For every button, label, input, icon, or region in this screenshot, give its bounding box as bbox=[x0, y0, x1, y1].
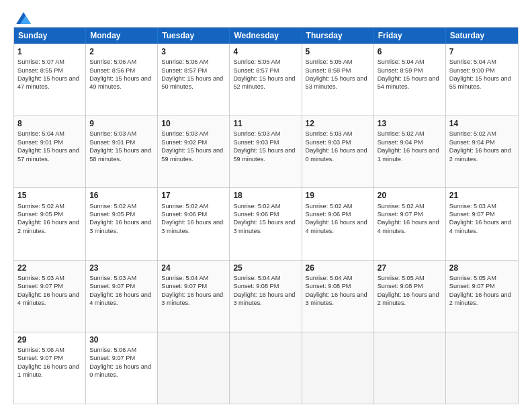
calendar-cell: 2Sunrise: 5:06 AMSunset: 8:56 PMDaylight… bbox=[86, 44, 158, 116]
daylight: Daylight: 15 hours and 52 minutes. bbox=[233, 75, 295, 90]
daylight: Daylight: 15 hours and 58 minutes. bbox=[89, 147, 151, 162]
sunrise: Sunrise: 5:06 AM bbox=[17, 347, 64, 353]
sunrise: Sunrise: 5:06 AM bbox=[89, 347, 136, 353]
sunrise: Sunrise: 5:02 AM bbox=[233, 203, 280, 210]
day-number: 25 bbox=[233, 263, 298, 273]
calendar-cell: 17Sunrise: 5:02 AMSunset: 9:06 PMDayligh… bbox=[158, 188, 230, 259]
sunrise: Sunrise: 5:04 AM bbox=[161, 275, 208, 281]
header-saturday: Saturday bbox=[446, 28, 518, 44]
day-number: 18 bbox=[233, 190, 298, 201]
daylight: Daylight: 15 hours and 53 minutes. bbox=[306, 75, 367, 90]
sunset: Sunset: 8:58 PM bbox=[306, 67, 351, 74]
calendar-cell: 14Sunrise: 5:02 AMSunset: 9:04 PMDayligh… bbox=[446, 116, 518, 187]
sunset: Sunset: 9:06 PM bbox=[233, 211, 279, 218]
sunrise: Sunrise: 5:06 AM bbox=[89, 58, 136, 65]
sunrise: Sunrise: 5:04 AM bbox=[378, 58, 425, 65]
day-number: 6 bbox=[378, 46, 442, 57]
day-number: 13 bbox=[378, 118, 442, 129]
sunset: Sunset: 8:57 PM bbox=[233, 67, 279, 74]
logo-icon bbox=[16, 12, 31, 24]
calendar-cell: 5Sunrise: 5:05 AMSunset: 8:58 PMDaylight… bbox=[302, 44, 374, 116]
sunset: Sunset: 9:03 PM bbox=[233, 139, 279, 146]
calendar-cell: 9Sunrise: 5:03 AMSunset: 9:01 PMDaylight… bbox=[86, 116, 158, 187]
calendar-cell: 3Sunrise: 5:06 AMSunset: 8:57 PMDaylight… bbox=[158, 44, 230, 116]
calendar-cell: 29Sunrise: 5:06 AMSunset: 9:07 PMDayligh… bbox=[14, 332, 86, 404]
sunset: Sunset: 9:05 PM bbox=[17, 211, 63, 218]
daylight: Daylight: 16 hours and 4 minutes. bbox=[17, 291, 79, 306]
calendar-cell: 10Sunrise: 5:03 AMSunset: 9:02 PMDayligh… bbox=[158, 116, 230, 187]
day-number: 27 bbox=[378, 263, 442, 273]
day-number: 3 bbox=[161, 46, 226, 57]
sunrise: Sunrise: 5:02 AM bbox=[17, 203, 64, 210]
calendar-week-2: 8Sunrise: 5:04 AMSunset: 9:01 PMDaylight… bbox=[14, 116, 518, 187]
calendar-week-5: 29Sunrise: 5:06 AMSunset: 9:07 PMDayligh… bbox=[14, 332, 518, 404]
header-tuesday: Tuesday bbox=[158, 28, 230, 44]
calendar-cell: 26Sunrise: 5:04 AMSunset: 9:08 PMDayligh… bbox=[302, 261, 374, 332]
calendar-week-3: 15Sunrise: 5:02 AMSunset: 9:05 PMDayligh… bbox=[14, 187, 518, 259]
day-number: 1 bbox=[17, 46, 82, 57]
calendar-cell: 1Sunrise: 5:07 AMSunset: 8:55 PMDaylight… bbox=[14, 44, 86, 116]
calendar-cell: 8Sunrise: 5:04 AMSunset: 9:01 PMDaylight… bbox=[14, 116, 86, 187]
sunrise: Sunrise: 5:02 AM bbox=[378, 203, 425, 210]
sunset: Sunset: 8:55 PM bbox=[17, 67, 63, 74]
sunset: Sunset: 9:08 PM bbox=[233, 283, 279, 289]
daylight: Daylight: 15 hours and 59 minutes. bbox=[233, 147, 295, 162]
sunset: Sunset: 9:07 PM bbox=[161, 283, 207, 289]
day-number: 8 bbox=[17, 118, 82, 129]
day-number: 30 bbox=[89, 334, 154, 345]
header-wednesday: Wednesday bbox=[230, 28, 302, 44]
sunrise: Sunrise: 5:05 AM bbox=[306, 58, 353, 65]
calendar-cell bbox=[158, 332, 230, 404]
calendar-cell: 19Sunrise: 5:02 AMSunset: 9:06 PMDayligh… bbox=[302, 188, 374, 259]
day-number: 28 bbox=[449, 263, 515, 273]
calendar-cell: 28Sunrise: 5:05 AMSunset: 9:07 PMDayligh… bbox=[446, 261, 518, 332]
daylight: Daylight: 15 hours and 49 minutes. bbox=[89, 75, 151, 90]
daylight: Daylight: 16 hours and 3 minutes. bbox=[161, 291, 223, 306]
calendar-cell: 27Sunrise: 5:05 AMSunset: 9:08 PMDayligh… bbox=[374, 261, 446, 332]
daylight: Daylight: 16 hours and 0 minutes. bbox=[306, 147, 367, 162]
header-thursday: Thursday bbox=[302, 28, 374, 44]
header-friday: Friday bbox=[374, 28, 446, 44]
day-number: 21 bbox=[449, 190, 515, 201]
daylight: Daylight: 15 hours and 59 minutes. bbox=[161, 147, 223, 162]
sunset: Sunset: 9:07 PM bbox=[89, 355, 135, 361]
sunrise: Sunrise: 5:03 AM bbox=[306, 130, 353, 137]
sunset: Sunset: 9:00 PM bbox=[449, 67, 495, 74]
calendar-cell: 24Sunrise: 5:04 AMSunset: 9:07 PMDayligh… bbox=[158, 261, 230, 332]
day-number: 9 bbox=[89, 118, 154, 129]
sunrise: Sunrise: 5:04 AM bbox=[449, 58, 496, 65]
header-monday: Monday bbox=[86, 28, 158, 44]
day-number: 22 bbox=[17, 263, 82, 273]
day-number: 26 bbox=[306, 263, 370, 273]
daylight: Daylight: 16 hours and 3 minutes. bbox=[233, 291, 295, 306]
day-number: 5 bbox=[306, 46, 370, 57]
calendar-body: 1Sunrise: 5:07 AMSunset: 8:55 PMDaylight… bbox=[14, 44, 518, 404]
daylight: Daylight: 15 hours and 3 minutes. bbox=[233, 219, 295, 234]
daylight: Daylight: 16 hours and 1 minute. bbox=[378, 147, 439, 162]
sunset: Sunset: 9:06 PM bbox=[306, 211, 351, 218]
sunrise: Sunrise: 5:02 AM bbox=[378, 130, 425, 137]
calendar-cell: 18Sunrise: 5:02 AMSunset: 9:06 PMDayligh… bbox=[230, 188, 302, 259]
sunrise: Sunrise: 5:04 AM bbox=[17, 130, 64, 137]
calendar-cell: 23Sunrise: 5:03 AMSunset: 9:07 PMDayligh… bbox=[86, 261, 158, 332]
logo-area bbox=[13, 12, 31, 21]
sunset: Sunset: 9:07 PM bbox=[449, 211, 495, 218]
day-number: 10 bbox=[161, 118, 226, 129]
calendar-cell: 16Sunrise: 5:02 AMSunset: 9:05 PMDayligh… bbox=[86, 188, 158, 259]
sunrise: Sunrise: 5:03 AM bbox=[161, 130, 208, 137]
sunset: Sunset: 9:07 PM bbox=[449, 283, 495, 289]
day-number: 7 bbox=[449, 46, 515, 57]
calendar-cell bbox=[230, 332, 302, 404]
daylight: Daylight: 15 hours and 57 minutes. bbox=[17, 147, 79, 162]
calendar-week-1: 1Sunrise: 5:07 AMSunset: 8:55 PMDaylight… bbox=[14, 44, 518, 116]
calendar-header: Sunday Monday Tuesday Wednesday Thursday… bbox=[14, 28, 518, 44]
daylight: Daylight: 16 hours and 3 minutes. bbox=[89, 219, 151, 234]
daylight: Daylight: 16 hours and 2 minutes. bbox=[378, 291, 439, 306]
daylight: Daylight: 15 hours and 54 minutes. bbox=[378, 75, 439, 90]
calendar-cell: 25Sunrise: 5:04 AMSunset: 9:08 PMDayligh… bbox=[230, 261, 302, 332]
day-number: 4 bbox=[233, 46, 298, 57]
sunrise: Sunrise: 5:04 AM bbox=[233, 275, 280, 281]
sunset: Sunset: 9:07 PM bbox=[17, 355, 63, 361]
daylight: Daylight: 16 hours and 3 minutes. bbox=[306, 291, 367, 306]
calendar: Sunday Monday Tuesday Wednesday Thursday… bbox=[13, 27, 519, 404]
